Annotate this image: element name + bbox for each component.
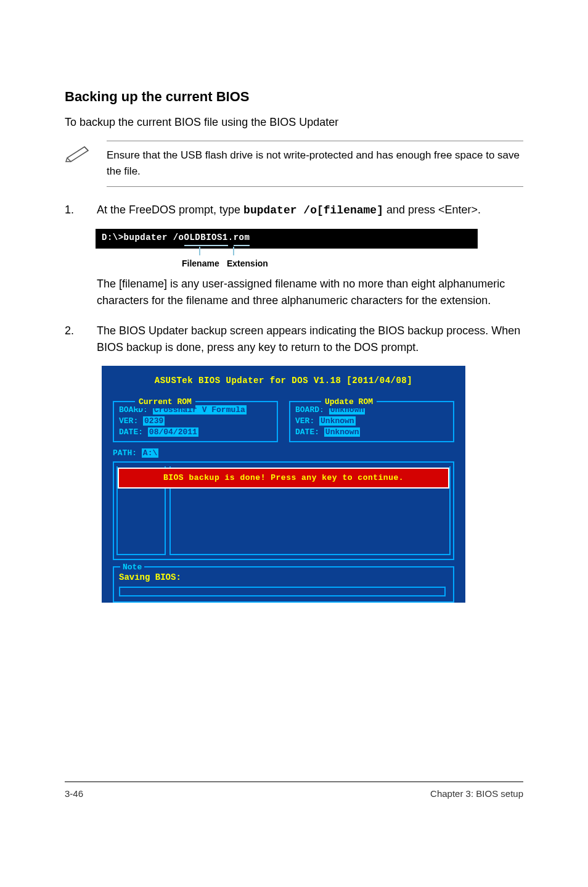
saving-label: Saving BIOS: <box>119 571 448 584</box>
note-content: Ensure that the USB flash drive is not w… <box>107 141 523 187</box>
ver-label: VER: <box>295 416 314 426</box>
ver-value: Unknown <box>319 416 356 426</box>
step-content: The BIOS Updater backup screen appears i… <box>97 323 523 356</box>
ver-label: VER: <box>119 416 138 426</box>
current-rom-box: Current ROM BOARD: Crosshair V Formula V… <box>113 396 278 442</box>
section-heading: Backing up the current BIOS <box>65 86 523 107</box>
date-value: 08/04/2011 <box>148 427 198 437</box>
update-rom-legend: Update ROM <box>321 396 377 408</box>
label-filename: Filename <box>182 257 219 270</box>
terminal-ext: rom <box>234 231 250 246</box>
step-2: 2. The BIOS Updater backup screen appear… <box>65 323 523 356</box>
chapter-label: Chapter 3: BIOS setup <box>430 787 523 801</box>
filename-explanation: The [filename] is any user-assigned file… <box>97 276 523 309</box>
note-legend: Note <box>120 561 144 574</box>
terminal-filename: OLDBIOS1 <box>184 231 228 246</box>
step1-post: and press <Enter>. <box>383 204 481 216</box>
backup-done-banner: BIOS backup is done! Press any key to co… <box>118 468 449 489</box>
step-content: At the FreeDOS prompt, type bupdater /o[… <box>97 202 523 219</box>
page-number: 3-46 <box>65 787 83 801</box>
directory-box: BIOS backup is done! Press any key to co… <box>113 461 454 560</box>
board-label: BOARD: <box>295 405 324 415</box>
current-rom-legend: Current ROM <box>135 396 195 408</box>
date-label: DATE: <box>119 427 143 437</box>
terminal-line: D:\>bupdater /oOLDBIOS1.rom <box>96 229 478 249</box>
step1-code: bupdater /o[filename] <box>243 204 383 217</box>
terminal-block: D:\>bupdater /oOLDBIOS1.rom Filename Ext… <box>96 229 478 272</box>
pointer-row: Filename Extension <box>96 249 478 272</box>
terminal-dot: . <box>228 231 234 244</box>
note-box: Note Saving BIOS: <box>113 566 454 603</box>
path-row: PATH: A:\ <box>113 447 454 460</box>
step1-pre: At the FreeDOS prompt, type <box>97 204 243 216</box>
progress-bar <box>119 587 446 596</box>
bios-title: ASUSTek BIOS Updater for DOS V1.18 [2011… <box>102 366 465 396</box>
label-extension: Extension <box>227 257 268 270</box>
pencil-icon <box>65 143 94 167</box>
path-label: PATH: <box>113 448 137 458</box>
step-number: 1. <box>65 202 77 219</box>
ver-value: 0239 <box>143 416 165 426</box>
bios-updater-panel: ASUSTek BIOS Updater for DOS V1.18 [2011… <box>102 366 465 603</box>
path-value: A:\ <box>142 448 158 458</box>
intro-text: To backup the current BIOS file using th… <box>65 114 523 131</box>
step-number: 2. <box>65 323 77 356</box>
date-value: Unknown <box>324 427 361 437</box>
update-rom-box: Update ROM BOARD: Unknown VER: Unknown D… <box>289 396 454 442</box>
page-footer: 3-46 Chapter 3: BIOS setup <box>65 782 523 801</box>
terminal-prompt: D:\>bupdater /o <box>102 231 184 244</box>
note-block: Ensure that the USB flash drive is not w… <box>65 141 523 187</box>
step-1: 1. At the FreeDOS prompt, type bupdater … <box>65 202 523 219</box>
date-label: DATE: <box>295 427 319 437</box>
